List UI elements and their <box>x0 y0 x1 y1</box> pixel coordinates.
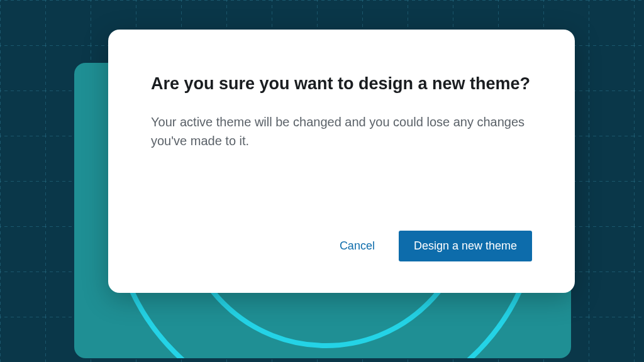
confirmation-modal: Are you sure you want to design a new th… <box>108 30 575 293</box>
cancel-button[interactable]: Cancel <box>337 232 377 260</box>
modal-title: Are you sure you want to design a new th… <box>151 72 532 95</box>
modal-actions: Cancel Design a new theme <box>151 231 532 261</box>
confirm-button[interactable]: Design a new theme <box>399 231 532 261</box>
modal-body: Your active theme will be changed and yo… <box>151 112 532 231</box>
